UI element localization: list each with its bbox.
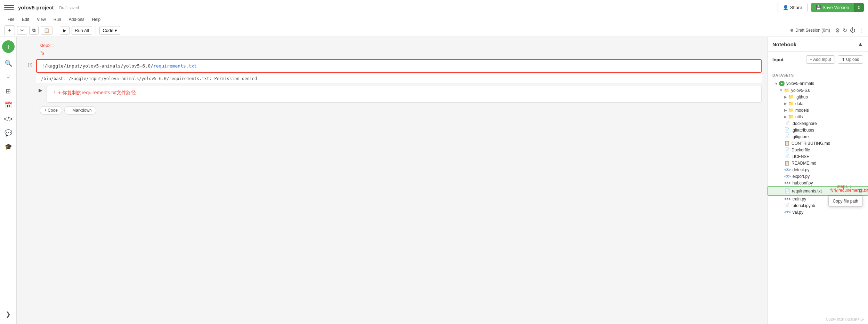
tree-label: tutorial.ipynb xyxy=(792,203,815,208)
collapse-button[interactable]: ▲ xyxy=(858,41,863,47)
empty-code-input[interactable]: ！ + 你复制的requirements.txt文件路径 xyxy=(47,86,762,103)
input-section-header: Input + Add Input ⬆ Upload xyxy=(772,55,863,64)
sidebar-learn[interactable]: 🎓 xyxy=(2,141,15,153)
step2-label: step2： xyxy=(40,42,55,49)
tree-item-github[interactable]: ▶ 📁 .github xyxy=(768,94,868,100)
add-cell-button[interactable]: ＋ xyxy=(4,25,15,35)
tree-item-export[interactable]: </> export.py xyxy=(768,173,868,180)
code-input[interactable]: !/kaggle/input/yolov5-animals/yolov5-6.0… xyxy=(36,59,762,73)
tree-item-val[interactable]: </> val.py xyxy=(768,209,868,215)
file-tree: ▼ ● yolov5-animals ▼ 📁 yolov5-6.0 ▶ 📁 .g… xyxy=(768,79,868,324)
sidebar-expand[interactable]: ❯ xyxy=(2,308,15,321)
cell-toolbar: + Code + Markdown xyxy=(40,106,762,114)
chevron-down-icon: ▾ xyxy=(115,28,117,33)
tree-item-data[interactable]: ▶ 📁 data xyxy=(768,100,868,107)
code-icon: </> xyxy=(784,180,791,185)
tree-item-gitattributes[interactable]: 📄 .gitattributes xyxy=(768,127,868,133)
tree-label: train.py xyxy=(793,197,806,201)
hamburger-menu[interactable] xyxy=(4,3,14,13)
sidebar-schedule[interactable]: 📅 xyxy=(2,99,15,111)
run-all-button[interactable]: Run All xyxy=(72,26,92,35)
cell-num-empty xyxy=(22,86,36,103)
code-icon: </> xyxy=(784,167,791,172)
tree-label: hubconf.py xyxy=(793,181,813,185)
paste-hint: ！ + 你复制的requirements.txt文件路径 xyxy=(52,90,136,95)
tree-label: .dockerignore xyxy=(792,121,817,126)
chevron-right: ▶ xyxy=(784,115,787,119)
power-icon[interactable]: ⏻ xyxy=(850,27,855,33)
sidebar-data[interactable]: ⊞ xyxy=(2,85,15,97)
add-markdown-button[interactable]: + Markdown xyxy=(64,106,96,114)
tree-item-dockerignore[interactable]: 📄 .dockerignore xyxy=(768,120,868,127)
tree-item-hubconf[interactable]: </> hubconf.py xyxy=(768,180,868,186)
sidebar-search[interactable]: 🔍 xyxy=(2,57,15,70)
menu-help[interactable]: Help xyxy=(89,16,104,23)
save-version-button[interactable]: 💾 Save Version 0 xyxy=(811,3,864,12)
menu-file[interactable]: File xyxy=(4,16,18,23)
folder-icon: 📁 xyxy=(788,94,794,100)
more-icon[interactable]: ⋮ xyxy=(858,27,864,34)
paste-button[interactable]: 📋 xyxy=(41,26,52,35)
tree-item-dockerfile[interactable]: 📄 Dockerfile xyxy=(768,147,868,153)
add-input-button[interactable]: + Add Input xyxy=(806,55,835,64)
toolbar-separator xyxy=(56,26,56,34)
tree-item-detect[interactable]: </> detect.py xyxy=(768,166,868,173)
input-section: Input + Add Input ⬆ Upload xyxy=(768,52,868,70)
folder-icon: 📁 xyxy=(788,108,794,113)
copy-button[interactable]: ⧉ xyxy=(29,26,39,35)
code-icon: </> xyxy=(784,174,791,179)
menu-addons[interactable]: Add-ons xyxy=(65,16,88,23)
add-icon[interactable]: ＋ xyxy=(2,40,15,53)
tree-item-models[interactable]: ▶ 📁 models xyxy=(768,107,868,113)
cell-type-dropdown[interactable]: Code ▾ xyxy=(99,26,120,35)
cut-button[interactable]: ✂ xyxy=(17,26,27,35)
folder-icon: 📁 xyxy=(784,88,789,93)
code-icon: </> xyxy=(784,196,791,201)
share-button[interactable]: 👤 Share xyxy=(778,3,808,12)
doc-icon: 📄 xyxy=(785,188,790,193)
tree-label: yolov5-6.0 xyxy=(791,88,810,93)
tree-label: Dockerfile xyxy=(792,148,810,152)
tree-item-license[interactable]: 📄 LICENSE xyxy=(768,153,868,160)
sidebar-bottom: ❯ xyxy=(2,308,15,321)
menu-view[interactable]: View xyxy=(33,16,49,23)
tree-label: README.md xyxy=(792,161,816,166)
doc-icon: 📋 xyxy=(784,160,790,166)
chevron-right: ▶ xyxy=(784,108,787,112)
refresh-icon[interactable]: ↻ xyxy=(843,27,847,34)
tree-item-yolov5-60[interactable]: ▼ 📁 yolov5-6.0 xyxy=(768,87,868,94)
tree-item-dataset[interactable]: ▼ ● yolov5-animals xyxy=(768,80,868,87)
tree-label: val.py xyxy=(793,210,803,215)
save-version-main[interactable]: 💾 Save Version xyxy=(811,3,854,12)
tree-item-readme[interactable]: 📋 README.md xyxy=(768,160,868,166)
menu-run[interactable]: Run xyxy=(50,16,65,23)
session-status: Draft Session (0m) xyxy=(790,28,830,33)
toolbar-separator-2 xyxy=(96,26,96,34)
file-icon: 📄 xyxy=(784,154,790,159)
add-code-button[interactable]: + Code xyxy=(40,106,62,114)
sidebar-code[interactable]: </> xyxy=(2,113,15,125)
run-cell-btn[interactable]: ▶ xyxy=(36,86,44,94)
code-cell-2: ▶ ！ + 你复制的requirements.txt文件路径 xyxy=(22,86,762,103)
tree-item-utils[interactable]: ▶ 📁 utils xyxy=(768,113,868,120)
sidebar-git[interactable]: ⑂ xyxy=(2,71,15,84)
tree-label: .gitattributes xyxy=(792,128,814,133)
dataset-icon: ● xyxy=(779,81,785,86)
left-sidebar: ＋ 🔍 ⑂ ⊞ 📅 </> 💬 🎓 ❯ xyxy=(0,37,17,324)
tree-item-contributing[interactable]: 📋 CONTRIBUTING.md xyxy=(768,140,868,147)
step2-arrow: ↘ xyxy=(40,49,45,56)
right-panel-header: Notebook ▲ xyxy=(768,37,868,52)
tree-label: models xyxy=(795,108,809,113)
chevron-down: ▼ xyxy=(774,82,778,86)
save-version-num[interactable]: 0 xyxy=(854,3,864,12)
folder-icon: 📁 xyxy=(788,114,794,119)
menu-edit[interactable]: Edit xyxy=(18,16,33,23)
tree-label: .github xyxy=(795,95,808,100)
upload-button[interactable]: ⬆ Upload xyxy=(838,55,863,64)
tree-item-gitignore[interactable]: 📄 .gitignore xyxy=(768,133,868,140)
sidebar-comment[interactable]: 💬 xyxy=(2,127,15,139)
run-cell-button[interactable]: ▶ xyxy=(60,26,70,35)
session-dot xyxy=(790,29,793,32)
settings-icon[interactable]: ⚙ xyxy=(835,27,840,34)
tree-label: LICENSE xyxy=(792,154,809,159)
